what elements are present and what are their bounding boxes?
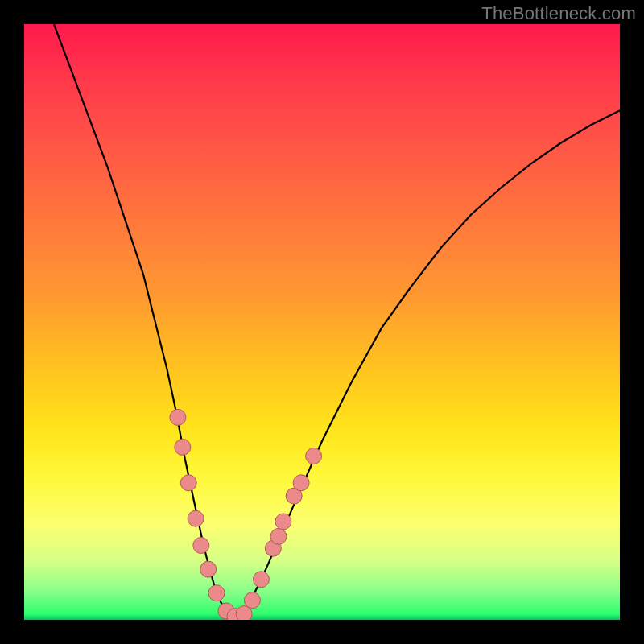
marker-dot: [170, 409, 186, 425]
marker-dot: [293, 475, 309, 491]
plot-area: [24, 24, 620, 620]
watermark-text: TheBottleneck.com: [481, 3, 636, 24]
marker-dot: [208, 585, 225, 601]
marker-dot: [193, 538, 209, 554]
marker-dots: [170, 409, 322, 620]
chart-svg: [24, 24, 620, 620]
marker-dot: [306, 448, 322, 464]
marker-dot: [275, 514, 291, 530]
marker-dot: [175, 439, 191, 455]
bottleneck-curve: [54, 24, 620, 617]
marker-dot: [200, 561, 217, 577]
marker-dot: [244, 592, 260, 609]
chart-frame: TheBottleneck.com: [0, 0, 644, 644]
marker-dot: [188, 510, 204, 526]
marker-dot: [270, 528, 287, 544]
marker-dot: [254, 572, 270, 588]
marker-dot: [180, 475, 196, 491]
